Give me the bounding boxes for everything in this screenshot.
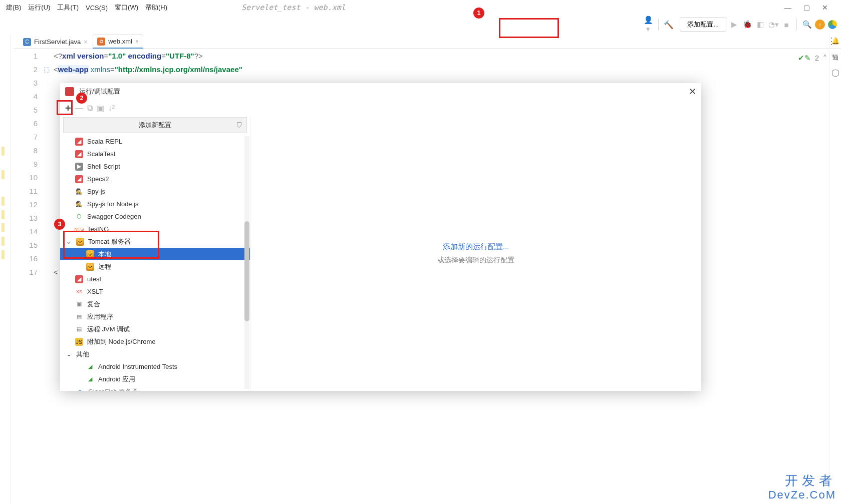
run-debug-dialog: 运行/调试配置 ✕ + — ⧉ ▣ ↓² 添加新配置 ⛉ ◢Scala REPL…	[60, 83, 701, 391]
empty-panel-hint: 或选择要编辑的运行配置	[437, 256, 514, 265]
save-config-icon[interactable]: ▣	[97, 104, 104, 113]
update-icon[interactable]: ↑	[815, 20, 825, 30]
debug-icon[interactable]: 🐞	[742, 20, 752, 29]
config-tree: ◢Scala REPL ◢ScalaTest ▶Shell Script ◢Sp…	[60, 134, 250, 391]
tree-scalatest[interactable]: ◢ScalaTest	[60, 148, 250, 160]
chevron-down-icon: ⌄	[65, 350, 72, 358]
tree-android-app[interactable]: ◢Android 应用	[60, 373, 250, 385]
add-config-icon[interactable]: +	[65, 103, 71, 114]
menu-run[interactable]: 运行(U)	[25, 2, 53, 13]
user-icon[interactable]: 👤▾	[643, 16, 653, 34]
tree-shell[interactable]: ▶Shell Script	[60, 160, 250, 173]
editor-tabs: C FirstServlet.java × ⧉ web.xml × ⋮	[14, 34, 841, 49]
close-tab-icon[interactable]: ×	[135, 38, 139, 45]
class-file-icon: C	[23, 38, 31, 46]
bell-icon[interactable]: 🔔	[831, 37, 839, 45]
tree-scrollbar[interactable]	[244, 136, 249, 389]
tree-testng[interactable]: NTGTestNG	[60, 223, 250, 235]
tree-swagger[interactable]: ⬡Swagger Codegen	[60, 210, 250, 223]
tomcat-icon: 🐱	[76, 238, 84, 246]
tree-xslt[interactable]: XSXSLT	[60, 285, 250, 298]
main-toolbar: 👤▾ 🔨 添加配置... ▶ 🐞 ◧ ◔▾ ■ 🔍 ↑	[0, 15, 841, 34]
sort-config-icon[interactable]: ↓²	[108, 104, 115, 113]
search-icon[interactable]: 🔍	[802, 20, 812, 29]
filter-icon[interactable]: ⛉	[236, 122, 242, 129]
build-icon[interactable]: 🔨	[664, 20, 674, 30]
dialog-toolbar: + — ⧉ ▣ ↓²	[60, 100, 701, 116]
line-numbers: 123 456 789 101112 131415 1617	[14, 49, 44, 279]
callout-1: 1	[473, 8, 484, 19]
callout-3: 3	[54, 219, 65, 230]
close-window-icon[interactable]: ✕	[822, 4, 828, 12]
menu-bar: 建(B) 运行(U) 工具(T) VCS(S) 窗口(W) 帮助(H) Serv…	[0, 0, 841, 15]
menu-vcs[interactable]: VCS(S)	[83, 3, 111, 13]
maximize-icon[interactable]: ▢	[803, 4, 810, 12]
chevron-down-icon: ⌄	[65, 238, 72, 245]
tree-spyjs[interactable]: 🕵Spy-js	[60, 185, 250, 198]
tree-glassfish[interactable]: ⌄🐟GlassFish 服务器	[60, 385, 250, 391]
minimize-icon[interactable]: —	[784, 4, 791, 12]
close-dialog-icon[interactable]: ✕	[689, 86, 696, 97]
tree-spyjs-node[interactable]: 🕵Spy-js for Node.js	[60, 198, 250, 210]
copy-config-icon[interactable]: ⧉	[87, 104, 93, 113]
tab-label: FirstServlet.java	[34, 38, 81, 46]
add-new-config-header: 添加新配置 ⛉	[63, 117, 247, 133]
editor-gutter: ⬚	[44, 49, 54, 279]
profiler-icon[interactable]: ◔▾	[768, 20, 778, 29]
watermark: 开发者 DevZe.CoM	[768, 473, 836, 501]
tomcat-icon: 🐱	[86, 250, 94, 258]
coverage-icon[interactable]: ◧	[755, 20, 765, 29]
menu-tools[interactable]: 工具(T)	[54, 2, 82, 13]
menu-build[interactable]: 建(B)	[3, 2, 24, 13]
left-tool-strip	[0, 34, 11, 504]
chevron-up-icon[interactable]: ˄	[823, 51, 827, 65]
xml-file-icon: ⧉	[97, 38, 105, 46]
jetbrains-icon[interactable]	[828, 20, 837, 29]
dialog-titlebar: 运行/调试配置 ✕	[60, 83, 701, 100]
tab-label: web.xml	[108, 38, 132, 45]
tree-attach-node[interactable]: JS附加到 Node.js/Chrome	[60, 335, 250, 348]
check-icon: ✔✎	[798, 51, 811, 65]
tree-tomcat-local[interactable]: 🐱本地	[60, 248, 250, 260]
config-type-panel: 添加新配置 ⛉ ◢Scala REPL ◢ScalaTest ▶Shell Sc…	[60, 116, 250, 391]
menu-help[interactable]: 帮助(H)	[142, 2, 170, 13]
remove-config-icon[interactable]: —	[75, 104, 83, 113]
tree-specs2[interactable]: ◢Specs2	[60, 173, 250, 185]
run-icon[interactable]: ▶	[729, 20, 739, 29]
tab-firstservlet[interactable]: C FirstServlet.java ×	[19, 35, 92, 49]
dialog-empty-panel: 添加新的运行配置... 或选择要编辑的运行配置	[250, 116, 701, 391]
tree-android-instr[interactable]: ◢Android Instrumented Tests	[60, 360, 250, 373]
add-config-button[interactable]: 添加配置...	[680, 18, 726, 32]
tree-application[interactable]: ▤应用程序	[60, 310, 250, 323]
close-tab-icon[interactable]: ×	[84, 39, 87, 46]
tree-utest[interactable]: ◢utest	[60, 273, 250, 285]
tree-remote-jvm[interactable]: ▤远程 JVM 调试	[60, 323, 250, 335]
tab-webxml[interactable]: ⧉ web.xml ×	[93, 35, 143, 49]
tree-scala-repl[interactable]: ◢Scala REPL	[60, 135, 250, 148]
tree-tomcat-remote[interactable]: 🐱远程	[60, 260, 250, 273]
tree-other[interactable]: ⌄其他	[60, 348, 250, 360]
stop-icon[interactable]: ■	[781, 21, 791, 29]
intellij-icon	[65, 87, 74, 96]
callout-2: 2	[76, 93, 87, 104]
tree-compound[interactable]: ▣复合	[60, 298, 250, 310]
tomcat-icon: 🐱	[86, 263, 94, 271]
right-tool-strip: 🔔 通知	[829, 34, 841, 504]
menu-window[interactable]: 窗口(W)	[112, 2, 141, 13]
tree-tomcat[interactable]: ⌄🐱Tomcat 服务器	[60, 235, 250, 248]
add-new-run-config-link[interactable]: 添加新的运行配置...	[443, 242, 509, 252]
database-icon[interactable]	[832, 70, 839, 77]
